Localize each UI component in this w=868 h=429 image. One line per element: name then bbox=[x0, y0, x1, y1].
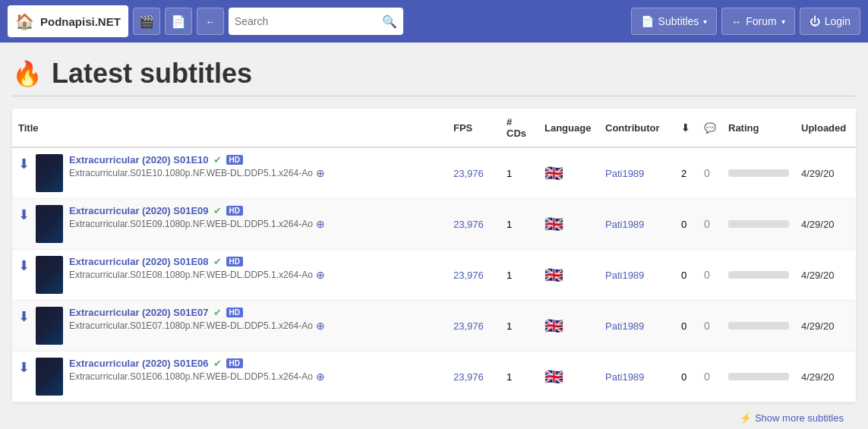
download-count-2: 0 bbox=[681, 270, 687, 281]
download-icon-1[interactable]: ⬇ bbox=[18, 207, 30, 223]
search-input[interactable] bbox=[235, 15, 377, 27]
col-header-cds: # CDs bbox=[500, 109, 538, 147]
film-icon-button[interactable]: 🎬 bbox=[133, 8, 160, 35]
rating-bar-1 bbox=[728, 220, 789, 228]
flag-icon-3: 🇬🇧 bbox=[544, 317, 563, 334]
subtitle-file-1: Extracurricular.S01E09.1080p.NF.WEB-DL.D… bbox=[69, 218, 325, 230]
verified-icon-4: ✔ bbox=[213, 358, 222, 369]
title-info-1: Extracurricular (2020) S01E09 ✔ HD Extra… bbox=[69, 205, 325, 230]
show-more-link[interactable]: ⚡ Show more subtitles bbox=[740, 412, 844, 424]
title-link-3[interactable]: Extracurricular (2020) S01E07 bbox=[69, 307, 209, 318]
title-link-1[interactable]: Extracurricular (2020) S01E09 bbox=[69, 205, 209, 216]
comment-count-cell-0: 0 bbox=[698, 147, 722, 199]
contributor-cell-4: Pati1989 bbox=[599, 352, 675, 402]
cds-cell-4: 1 bbox=[500, 352, 538, 402]
login-label: Login bbox=[825, 15, 851, 27]
contributor-link-3[interactable]: Pati1989 bbox=[605, 320, 644, 332]
contributor-link-0[interactable]: Pati1989 bbox=[605, 168, 644, 179]
col-header-fps: FPS bbox=[447, 109, 500, 147]
hd-badge-4: HD bbox=[226, 358, 243, 368]
forum-menu[interactable]: ↔ Forum ▾ bbox=[721, 8, 794, 35]
power-icon: ⏻ bbox=[810, 15, 820, 27]
page-content: 🔥 Latest subtitles Title FPS # CDs Langu… bbox=[0, 43, 868, 429]
cds-value-3: 1 bbox=[507, 320, 512, 332]
comment-count-cell-3: 0 bbox=[698, 301, 722, 352]
hd-badge-1: HD bbox=[226, 206, 243, 216]
contributor-cell-1: Pati1989 bbox=[599, 199, 675, 250]
table-row: ⬇ Extracurricular (2020) S01E09 ✔ HD Ext… bbox=[12, 199, 856, 250]
doc-icon-button[interactable]: 📄 bbox=[165, 8, 192, 35]
table-header: Title FPS # CDs Language Contributor ⬇ 💬… bbox=[12, 109, 856, 147]
search-container: 🔍 bbox=[229, 8, 403, 35]
show-more-container: ⚡ Show more subtitles bbox=[12, 402, 856, 429]
download-count-cell-2: 0 bbox=[675, 250, 698, 301]
add-icon-4[interactable]: ⊕ bbox=[316, 371, 325, 383]
comment-count-cell-1: 0 bbox=[698, 199, 722, 250]
title-cell-1: ⬇ Extracurricular (2020) S01E09 ✔ HD Ext… bbox=[12, 199, 447, 250]
share-icon: ← bbox=[205, 16, 215, 27]
language-cell-3: 🇬🇧 bbox=[538, 301, 599, 352]
search-button[interactable]: 🔍 bbox=[382, 14, 397, 29]
comment-count-cell-4: 0 bbox=[698, 352, 722, 402]
table-body: ⬇ Extracurricular (2020) S01E10 ✔ HD Ext… bbox=[12, 147, 856, 402]
contributor-cell-2: Pati1989 bbox=[599, 250, 675, 301]
thumb-image-1 bbox=[36, 205, 63, 243]
fps-value-0: 23,976 bbox=[453, 168, 484, 179]
language-cell-0: 🇬🇧 bbox=[538, 147, 599, 199]
title-cell-0: ⬇ Extracurricular (2020) S01E10 ✔ HD Ext… bbox=[12, 147, 447, 199]
download-icon-4[interactable]: ⬇ bbox=[18, 359, 30, 376]
add-icon-3[interactable]: ⊕ bbox=[316, 320, 325, 332]
verified-icon-1: ✔ bbox=[213, 205, 222, 216]
add-icon-1[interactable]: ⊕ bbox=[316, 218, 325, 230]
contributor-link-4[interactable]: Pati1989 bbox=[605, 371, 644, 383]
rating-cell-0 bbox=[722, 147, 795, 199]
uploaded-value-3: 4/29/20 bbox=[801, 320, 834, 332]
title-link-0[interactable]: Extracurricular (2020) S01E10 bbox=[69, 154, 209, 166]
subtitles-menu[interactable]: 📄 Subtitles ▾ bbox=[631, 8, 718, 35]
add-icon-0[interactable]: ⊕ bbox=[316, 167, 325, 179]
fps-cell-3: 23,976 bbox=[447, 301, 500, 352]
contributor-link-1[interactable]: Pati1989 bbox=[605, 219, 644, 230]
title-link-4[interactable]: Extracurricular (2020) S01E06 bbox=[69, 358, 209, 369]
uploaded-value-1: 4/29/20 bbox=[801, 219, 834, 230]
add-icon-2[interactable]: ⊕ bbox=[316, 269, 325, 281]
title-link-2[interactable]: Extracurricular (2020) S01E08 bbox=[69, 256, 209, 267]
forum-label: Forum bbox=[746, 15, 776, 27]
download-icon-3[interactable]: ⬇ bbox=[18, 308, 30, 325]
cds-value-0: 1 bbox=[507, 168, 512, 179]
verified-icon-3: ✔ bbox=[213, 307, 222, 318]
flame-icon: 🔥 bbox=[12, 59, 43, 88]
rating-cell-2 bbox=[722, 250, 795, 301]
navbar: 🏠 Podnapisi.NET 🎬 📄 ← 🔍 📄 Subtitles ▾ ↔ … bbox=[0, 0, 868, 43]
thumbnail-2 bbox=[36, 256, 63, 294]
download-count-cell-1: 0 bbox=[675, 199, 698, 250]
subtitles-chevron-icon: ▾ bbox=[703, 17, 707, 26]
download-icon-0[interactable]: ⬇ bbox=[18, 156, 30, 172]
title-main-2: Extracurricular (2020) S01E08 ✔ HD bbox=[69, 256, 325, 267]
title-cell-3: ⬇ Extracurricular (2020) S01E07 ✔ HD Ext… bbox=[12, 301, 447, 352]
fps-cell-1: 23,976 bbox=[447, 199, 500, 250]
uploaded-value-0: 4/29/20 bbox=[801, 168, 834, 179]
title-main-0: Extracurricular (2020) S01E10 ✔ HD bbox=[69, 154, 325, 166]
cds-value-4: 1 bbox=[507, 371, 512, 383]
fps-value-1: 23,976 bbox=[453, 219, 484, 230]
fps-cell-0: 23,976 bbox=[447, 147, 500, 199]
table-row: ⬇ Extracurricular (2020) S01E10 ✔ HD Ext… bbox=[12, 147, 856, 199]
cds-cell-3: 1 bbox=[500, 301, 538, 352]
rating-bar-2 bbox=[728, 271, 789, 279]
verified-icon-0: ✔ bbox=[213, 154, 222, 166]
uploaded-value-4: 4/29/20 bbox=[801, 371, 834, 383]
download-icon-2[interactable]: ⬇ bbox=[18, 257, 30, 274]
uploaded-cell-1: 4/29/20 bbox=[795, 199, 856, 250]
contributor-link-2[interactable]: Pati1989 bbox=[605, 270, 644, 281]
brand-logo[interactable]: 🏠 Podnapisi.NET bbox=[8, 5, 128, 37]
brand-name: Podnapisi.NET bbox=[40, 15, 121, 28]
login-button[interactable]: ⏻ Login bbox=[800, 8, 860, 35]
share-icon-button[interactable]: ← bbox=[197, 8, 224, 35]
comment-count-3: 0 bbox=[704, 320, 710, 332]
rating-cell-3 bbox=[722, 301, 795, 352]
share-icon2: ↔ bbox=[731, 16, 741, 27]
cds-value-1: 1 bbox=[507, 219, 512, 230]
thumb-image-3 bbox=[36, 307, 63, 345]
title-info-4: Extracurricular (2020) S01E06 ✔ HD Extra… bbox=[69, 358, 325, 383]
